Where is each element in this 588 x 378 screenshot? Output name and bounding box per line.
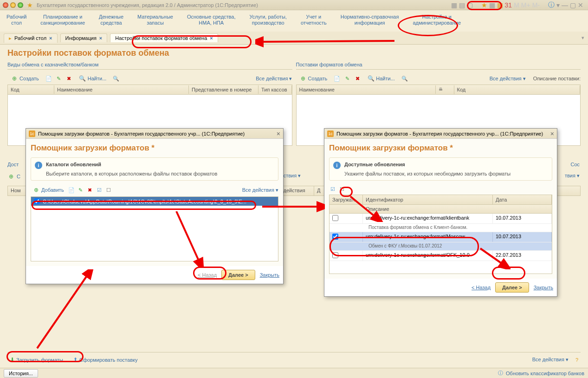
tb-m-icon[interactable]: M (514, 1, 519, 9)
next-button[interactable]: Далее > (221, 270, 255, 280)
edit-icon[interactable]: ✎ (55, 75, 63, 82)
window-max-dot[interactable] (18, 2, 23, 8)
delete-icon[interactable]: ✖ (65, 75, 73, 82)
desc-label: Описание поставки: (533, 76, 581, 81)
create-button[interactable]: ⊕Создать (296, 73, 331, 84)
menu-money[interactable]: Денежные средства (96, 12, 126, 30)
refresh-classifier[interactable]: ⓘ Обновить классификатор банков (498, 370, 584, 377)
delete-icon[interactable]: ✖ (86, 186, 94, 194)
star-icon[interactable]: ★ (481, 1, 487, 9)
col-code[interactable]: Код (454, 85, 581, 94)
tb-icon[interactable]: ▢ (467, 1, 473, 9)
calc-icon[interactable]: ▦ (497, 1, 503, 9)
col-sort[interactable]: ≞ (436, 85, 454, 94)
calendar-icon[interactable]: 31 (505, 1, 512, 9)
catalog-row[interactable]: C:\Users\Chalaeva\AppData\Roaming\1C\1Cv… (31, 197, 278, 206)
dialog-close-icon[interactable]: × (550, 130, 554, 137)
col-name[interactable]: Наименование (54, 85, 189, 94)
plus-icon[interactable]: ⊕ (7, 173, 15, 180)
row-checkbox[interactable] (332, 215, 338, 221)
select-all-icon[interactable]: ☑ (329, 185, 336, 193)
update-row[interactable]: urn:delivery-1c-ru:exchange:format/Mosco… (330, 232, 552, 242)
update-row[interactable]: urn:delivery-1c-ru:exchange:format/klien… (330, 214, 552, 224)
menu-planning[interactable]: Планирование и санкционирование (38, 12, 88, 30)
tab-close-icon[interactable]: × (210, 35, 213, 41)
help-icon[interactable]: ? (573, 356, 581, 364)
create-button[interactable]: ⊕Создать (7, 73, 42, 84)
tab-close-icon[interactable]: × (99, 35, 102, 41)
col-load[interactable]: Загружать (330, 195, 363, 204)
tb-icon[interactable]: ▦ (451, 1, 457, 9)
select-all-icon[interactable]: ☑ (96, 186, 103, 194)
minimize-icon[interactable]: — (562, 1, 568, 9)
window-close-dot[interactable] (3, 2, 8, 8)
col-repr[interactable]: Представление в номере (189, 85, 258, 94)
menu-assets[interactable]: Основные средства, НМА, НПА (184, 12, 239, 30)
catalog-path: C:\Users\Chalaeva\AppData\Roaming\1C\1Cv… (43, 199, 246, 204)
all-actions[interactable]: Все действия ▾ (256, 76, 292, 82)
dialog-heading: Помощник загрузки форматов * (31, 143, 278, 153)
close-link[interactable]: Закрыть (534, 285, 553, 290)
delete-icon[interactable]: ✖ (354, 75, 361, 82)
all-actions[interactable]: Все действия ▾ (490, 76, 526, 82)
tb-m-icon[interactable]: M- (532, 1, 540, 9)
maximize-icon[interactable]: ▢ (570, 1, 576, 9)
tab-info[interactable]: Информация × (60, 33, 108, 42)
deselect-all-icon[interactable]: ☐ (105, 186, 112, 194)
back-link[interactable]: < Назад (472, 285, 491, 290)
dialog-title: Помощник загрузки форматов - Бухгалтерия… (38, 131, 245, 137)
col-date[interactable]: Дата (493, 195, 552, 204)
load-formats-button[interactable]: ⬇Загрузить форматы (7, 355, 66, 364)
menu-reference[interactable]: Нормативно-справочная информация (338, 12, 402, 30)
find-button[interactable]: 🔍Найти... (76, 73, 110, 84)
tab-close-icon[interactable]: × (49, 35, 52, 41)
col-nom[interactable]: Ном (8, 186, 26, 196)
all-actions[interactable]: Все действия ▾ (242, 187, 278, 193)
edit-icon[interactable]: ✎ (77, 186, 84, 194)
close-link[interactable]: Закрыть (260, 272, 279, 278)
clear-find-icon[interactable]: 🔍 (112, 75, 120, 82)
copy-icon[interactable]: 📄 (333, 75, 341, 82)
tb-icon[interactable]: ▤ (459, 1, 465, 9)
dialog-close-icon[interactable]: × (277, 130, 280, 137)
menu-admin[interactable]: Настройка и администрирование (410, 12, 464, 30)
row-checkbox[interactable] (34, 198, 40, 204)
find-button[interactable]: 🔍Найти... (364, 73, 398, 84)
tab-settings[interactable]: Настройки поставок форматов обмена × (110, 33, 218, 42)
all-actions[interactable]: Все действия ▾ (532, 357, 569, 363)
tab-desktop[interactable]: ▸ Рабочий стол × (4, 33, 58, 43)
edit-icon[interactable]: ✎ (343, 75, 351, 82)
menu-services[interactable]: Услуги, работы, производство (247, 12, 290, 30)
tabs-more-icon[interactable]: ▾ (582, 35, 584, 41)
favorite-icon[interactable]: ★ (27, 1, 33, 9)
col-id[interactable]: Идентификатор (363, 195, 493, 204)
row-checkbox[interactable] (332, 234, 338, 240)
deselect-all-icon[interactable]: ☐ (338, 185, 346, 193)
info-title: Доступные обновления (344, 162, 405, 167)
menu-desktop[interactable]: Рабочий стол (4, 12, 29, 30)
col-type[interactable]: Тип кассов (258, 85, 292, 94)
tb-m-icon[interactable]: M+ (521, 1, 530, 9)
window-min-dot[interactable] (10, 2, 16, 8)
clear-find-icon[interactable]: 🔍 (401, 75, 408, 82)
copy-icon[interactable]: 📄 (45, 75, 52, 82)
menu-materials[interactable]: Материальные запасы (135, 12, 176, 30)
add-button[interactable]: ⊕Добавить (31, 185, 66, 195)
info-icon[interactable]: ⓘ (548, 1, 555, 9)
tab-bar: ▸ Рабочий стол × Информация × Настройки … (0, 32, 588, 45)
col-name[interactable]: Наименование (297, 85, 436, 94)
close-icon[interactable]: ✕ (578, 1, 583, 9)
catalog-list[interactable]: C:\Users\Chalaeva\AppData\Roaming\1C\1Cv… (31, 196, 278, 261)
form-delivery-button[interactable]: ⬆Сформировать поставку (71, 355, 140, 364)
copy-icon[interactable]: 📄 (68, 186, 75, 194)
col-code[interactable]: Код (8, 85, 54, 94)
updates-grid[interactable]: urn:delivery-1c-ru:exchange:format/klien… (329, 214, 552, 274)
tb-icon[interactable]: ▦ (489, 1, 495, 9)
menu-accounting[interactable]: Учет и отчетность (298, 12, 330, 30)
row-checkbox[interactable] (332, 252, 338, 258)
dropdown-icon[interactable]: ▾ (556, 1, 560, 9)
back-link[interactable]: < Назад (198, 272, 217, 278)
next-button[interactable]: Далее > (495, 282, 529, 293)
update-row[interactable]: urn:delivery-1c-ru:exchange:format/OFK_1… (330, 251, 552, 261)
history-button[interactable]: История... (4, 369, 38, 378)
